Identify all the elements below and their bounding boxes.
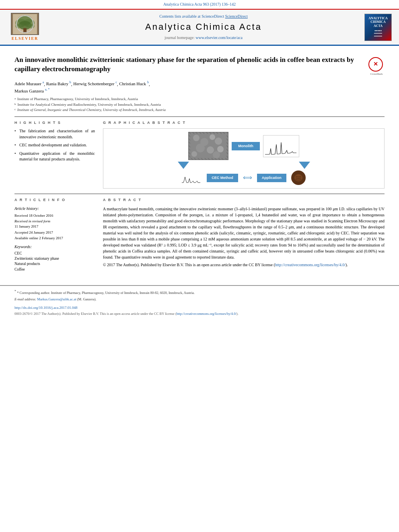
article-info-abstract-section: A R T I C L E I N F O Article history: R… xyxy=(14,197,385,272)
svg-point-6 xyxy=(15,24,22,29)
author-3: Herwig Schottenberger c xyxy=(73,81,117,86)
svg-point-14 xyxy=(207,146,214,154)
section-divider-1 xyxy=(14,116,385,117)
journal-header-bar: Analytica Chimica Acta 963 (2017) 136–14… xyxy=(0,0,399,10)
abstract-cc-line: © 2017 The Author(s). Published by Elsev… xyxy=(103,262,385,268)
section-divider-2 xyxy=(14,193,385,194)
highlights-graphical-section: H I G H L I G H T S The fabrication and … xyxy=(14,120,385,189)
author-2: Rania Bakry b xyxy=(46,81,71,86)
ga-cec-label: CEC Method xyxy=(207,174,238,182)
corresponding-email-link[interactable]: Markus.Ganzera@uibk.ac.at xyxy=(37,297,76,301)
journal-citation: Analytica Chimica Acta 963 (2017) 136–14… xyxy=(163,2,236,6)
ga-application-label: Application xyxy=(257,174,286,182)
journal-top-header: ELSEVIER Contents lists available at Sci… xyxy=(0,10,399,46)
svg-point-2 xyxy=(15,19,27,27)
affiliation-a: a Institute of Pharmacy, Pharmacognosy, … xyxy=(14,97,385,102)
ga-arrows-down xyxy=(107,162,381,169)
ga-small-peaks xyxy=(182,172,202,183)
article-info-heading: A R T I C L E I N F O xyxy=(14,197,95,203)
journal-homepage: journal homepage: www.elsevier.com/locat… xyxy=(45,35,362,41)
author-1: Adele Murauer a xyxy=(14,81,44,86)
ga-chart-svg xyxy=(265,136,298,156)
elsevier-logo: ELSEVIER xyxy=(5,13,45,41)
history-revised: Received in revised form 11 January 2017 xyxy=(14,219,95,229)
main-content: An innovative monolithic zwitterionic st… xyxy=(0,46,399,279)
keyword-3: Natural products xyxy=(14,261,95,267)
issn-cc-link[interactable]: http://creativecommons.org/licenses/by/4… xyxy=(177,312,237,316)
abstract-cc-link[interactable]: http://creativecommons.org/licenses/by/4… xyxy=(275,263,346,267)
graphical-abstract-box: Monolith xyxy=(103,128,385,189)
ga-arrow-left xyxy=(178,162,189,169)
author-4: Christian Huck b xyxy=(119,81,149,86)
journal-homepage-link[interactable]: www.elsevier.com/locate/aca xyxy=(195,35,243,40)
ga-bottom-row: CEC Method ⟺ Application xyxy=(107,170,381,185)
abstract-body: A methacrylate based monolith, containin… xyxy=(103,206,385,260)
svg-rect-0 xyxy=(13,14,37,34)
science-direct-link[interactable]: ScienceDirect xyxy=(225,14,248,18)
email-line: E-mail address: Markus.Ganzera@uibk.ac.a… xyxy=(14,297,385,302)
footer-section: * * Corresponding author. Institute of P… xyxy=(0,285,399,316)
journal-logo-right: ANALYTICA CHIMICA ACTA ●●●●● ━━━━━ ━━━━━ xyxy=(362,14,394,41)
ga-chart-area xyxy=(263,135,299,157)
highlights-heading: H I G H L I G H T S xyxy=(14,120,95,125)
svg-point-12 xyxy=(215,138,222,145)
email-note: (M. Ganzera). xyxy=(77,297,97,301)
science-direct-text: Contents lists available at ScienceDirec… xyxy=(45,14,362,19)
elsevier-tree-icon xyxy=(11,13,39,35)
elsevier-name-label: ELSEVIER xyxy=(12,36,39,41)
svg-point-9 xyxy=(193,135,200,141)
keyword-4: Coffee xyxy=(14,267,95,272)
crossmark-label: CrossMark xyxy=(368,72,385,76)
article-title-section: An innovative monolithic zwitterionic st… xyxy=(14,55,385,76)
journal-center: Contents lists available at ScienceDirec… xyxy=(45,14,362,41)
svg-point-7 xyxy=(28,24,35,29)
abstract-text: A methacrylate based monolith, containin… xyxy=(103,206,385,268)
doi-link[interactable]: http://dx.doi.org/10.1016/j.aca.2017.01.… xyxy=(14,306,78,310)
affiliations: a Institute of Pharmacy, Pharmacognosy, … xyxy=(14,97,385,113)
authors-list: Adele Murauer a, Rania Bakry b, Herwig S… xyxy=(14,80,385,94)
ga-microscopy-image xyxy=(188,132,228,160)
svg-point-11 xyxy=(210,134,215,140)
affiliation-b: b Institute for Analytical Chemistry and… xyxy=(14,102,385,108)
history-available: Available online 2 February 2017 xyxy=(14,236,95,241)
highlight-item-3: Quantitative application of the monolith… xyxy=(14,151,95,162)
graphical-abstract-col: G R A P H I C A L A B S T R A C T xyxy=(103,120,385,189)
ga-top-row: Monolith xyxy=(107,132,381,160)
crossmark-badge: CrossMark xyxy=(368,57,385,76)
article-history-label: Article history: xyxy=(14,206,95,212)
keyword-1: CEC xyxy=(14,251,95,256)
doi-line: http://dx.doi.org/10.1016/j.aca.2017.01.… xyxy=(14,305,385,310)
svg-rect-5 xyxy=(23,28,27,33)
svg-point-13 xyxy=(196,144,205,152)
article-info-col: A R T I C L E I N F O Article history: R… xyxy=(14,197,95,272)
keywords-section: Keywords: CEC Zwitterionic stationary ph… xyxy=(14,244,95,272)
article-info-content: Article history: Received 18 October 201… xyxy=(14,206,95,272)
svg-point-15 xyxy=(217,146,224,152)
ga-small-peaks-svg xyxy=(182,173,202,183)
svg-point-1 xyxy=(18,15,32,25)
ga-monolith-label: Monolith xyxy=(232,142,260,150)
abstract-col: A B S T R A C T A methacrylate based mon… xyxy=(103,197,385,272)
article-title: An innovative monolithic zwitterionic st… xyxy=(14,55,364,74)
journal-title: Analytica Chimica Acta xyxy=(45,21,362,33)
abstract-heading: A B S T R A C T xyxy=(103,197,385,203)
crossmark-icon xyxy=(368,57,383,72)
ga-chromatogram xyxy=(263,135,299,157)
graphical-abstract-heading: G R A P H I C A L A B S T R A C T xyxy=(103,120,385,125)
history-received: Received 18 October 2016 xyxy=(14,213,95,218)
svg-point-16 xyxy=(191,151,197,157)
ga-double-arrow-icon: ⟺ xyxy=(243,173,252,182)
ga-arrow-right xyxy=(299,162,310,169)
keywords-label: Keywords: xyxy=(14,244,95,250)
highlights-list: The fabrication and characterisation of … xyxy=(14,128,95,162)
svg-point-3 xyxy=(23,19,35,27)
journal-logo-box: ANALYTICA CHIMICA ACTA ●●●●● ━━━━━ ━━━━━ xyxy=(364,14,392,41)
corresponding-note: * * Corresponding author. Institute of P… xyxy=(14,289,385,296)
highlight-item-1: The fabrication and characterisation of … xyxy=(14,128,95,140)
author-5: Markus Ganzera a, * xyxy=(14,88,49,93)
highlight-item-2: CEC method development and validation. xyxy=(14,142,95,148)
keyword-2: Zwitterionic stationary phase xyxy=(14,256,95,261)
ga-coffee-icon xyxy=(291,170,306,185)
highlights-col: H I G H L I G H T S The fabrication and … xyxy=(14,120,95,189)
affiliation-c: c Institute of General, Inorganic and Th… xyxy=(14,107,385,113)
